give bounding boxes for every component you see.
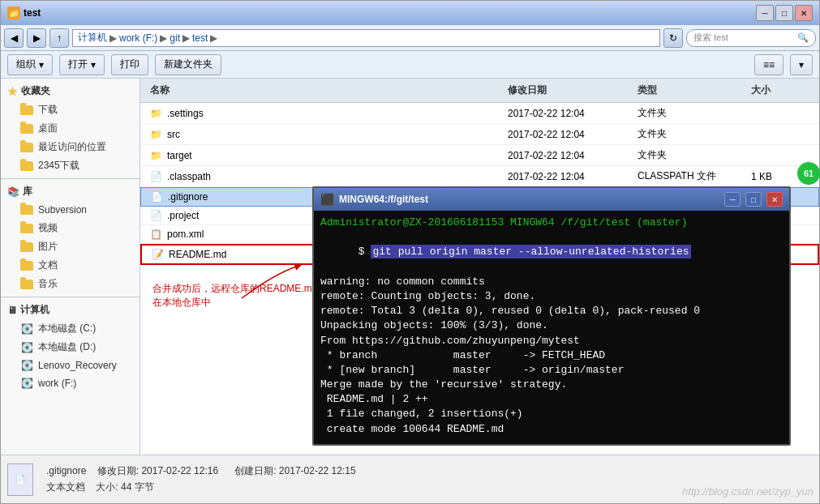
- back-button[interactable]: ◀: [4, 28, 24, 48]
- new-folder-button[interactable]: 新建文件夹: [155, 54, 221, 75]
- folder-icon: [20, 160, 33, 173]
- sidebar-item-2345[interactable]: 2345下载: [1, 156, 140, 175]
- file-modified: 2017-02-22 12:04: [504, 128, 634, 141]
- minimize-button[interactable]: ─: [756, 5, 774, 21]
- col-modified[interactable]: 修改日期: [504, 82, 634, 99]
- file-row[interactable]: 📄 .classpath 2017-02-22 12:04 CLASSPATH …: [140, 166, 819, 187]
- term-output-line: remote: Counting objects: 3, done.: [320, 289, 783, 304]
- col-type[interactable]: 类型: [634, 82, 748, 99]
- file-name: src: [167, 129, 180, 140]
- status-created-value: 2017-02-22 12:15: [279, 465, 356, 476]
- sidebar-item-music[interactable]: 音乐: [1, 275, 140, 293]
- favorites-label: 收藏夹: [21, 84, 50, 98]
- drive-icon: 💽: [20, 341, 33, 354]
- chevron-down-icon: ▾: [39, 59, 44, 70]
- organize-button[interactable]: 组织 ▾: [7, 54, 53, 75]
- file-icon: 📄: [150, 210, 162, 221]
- sidebar-item-label: 视频: [38, 221, 58, 235]
- path-work: work (F:): [119, 32, 157, 44]
- term-prompt-line: Administrator@ZX-201606181153 MINGW64 /f…: [320, 216, 783, 230]
- folder-icon: [20, 259, 33, 272]
- terminal-minimize-button[interactable]: ─: [724, 192, 741, 207]
- sidebar-item-subversion[interactable]: Subversion: [1, 201, 140, 219]
- path-git: git: [170, 32, 180, 44]
- view-button[interactable]: ≡≡: [754, 54, 784, 75]
- computer-section: 🖥 计算机 💽 本地磁盘 (C:) 💽 本地磁盘 (D:) 💽 Lenovo_R…: [1, 301, 140, 392]
- file-icon: 📄: [151, 191, 163, 203]
- sidebar-item-label: 本地磁盘 (C:): [38, 322, 96, 335]
- library-header[interactable]: 📚 库: [1, 182, 140, 201]
- sidebar: ★ 收藏夹 下载 桌面 最近访问的位置 2345下载: [1, 79, 140, 455]
- sidebar-item-download[interactable]: 下载: [1, 100, 140, 119]
- sidebar-item-recent[interactable]: 最近访问的位置: [1, 138, 140, 156]
- drive-icon: 💽: [20, 377, 33, 390]
- folder-icon: [20, 241, 33, 254]
- view-options-button[interactable]: ▾: [790, 54, 813, 75]
- refresh-button[interactable]: ↻: [663, 28, 683, 48]
- sidebar-item-label: 2345下载: [38, 159, 79, 173]
- terminal-icon: ⬛: [320, 193, 334, 206]
- terminal-content: Administrator@ZX-201606181153 MINGW64 /f…: [314, 211, 789, 444]
- badge-circle: 61: [797, 162, 820, 185]
- file-name: README.md: [169, 249, 226, 260]
- path-test: test: [192, 32, 208, 44]
- sidebar-item-label: work (F:): [38, 378, 76, 389]
- terminal-title-bar: ⬛ MINGW64:/f/git/test ─ □ ✕: [314, 188, 789, 211]
- up-button[interactable]: ↑: [49, 28, 69, 48]
- sidebar-item-desktop[interactable]: 桌面: [1, 119, 140, 138]
- file-row[interactable]: 📁 src 2017-02-22 12:04 文件夹: [140, 124, 819, 145]
- sidebar-item-f-drive[interactable]: 💽 work (F:): [1, 374, 140, 392]
- term-output-line: 1 file changed, 2 insertions(+): [320, 407, 783, 421]
- col-size[interactable]: 大小: [748, 82, 813, 99]
- toolbar: 组织 ▾ 打开 ▾ 打印 新建文件夹 ≡≡ ▾: [1, 51, 819, 79]
- file-name: .gitignore: [168, 191, 208, 203]
- sidebar-item-d-drive[interactable]: 💽 本地磁盘 (D:): [1, 338, 140, 357]
- folder-icon: [20, 222, 33, 235]
- sidebar-item-pictures[interactable]: 图片: [1, 237, 140, 256]
- file-row[interactable]: 📁 .settings 2017-02-22 12:04 文件夹: [140, 103, 819, 124]
- status-created-label: 创建日期:: [234, 465, 276, 476]
- xml-file-icon: 📋: [150, 229, 162, 240]
- file-row[interactable]: 📁 target 2017-02-22 12:04 文件夹: [140, 145, 819, 166]
- sidebar-item-label: 音乐: [38, 277, 58, 291]
- term-output-line: * branch master -> FETCH_HEAD: [320, 348, 783, 363]
- file-type: 文件夹: [634, 105, 748, 121]
- folder-icon: 📁: [150, 150, 162, 161]
- folder-icon: 📁: [150, 108, 162, 119]
- print-button[interactable]: 打印: [111, 54, 148, 75]
- maximize-button[interactable]: □: [775, 5, 793, 21]
- sidebar-item-label: Subversion: [38, 204, 87, 216]
- file-icon: 📄: [150, 171, 162, 182]
- sidebar-item-label: 本地磁盘 (D:): [38, 340, 96, 354]
- address-path[interactable]: 计算机 ▶ work (F:) ▶ git ▶ test ▶: [72, 29, 660, 47]
- path-computer: 计算机: [78, 31, 107, 45]
- file-type: 文件夹: [634, 126, 748, 142]
- title-bar: 📁 test ─ □ ✕: [1, 1, 819, 25]
- divider: [1, 297, 140, 297]
- terminal-maximize-button[interactable]: □: [745, 192, 762, 207]
- col-name[interactable]: 名称: [147, 82, 504, 99]
- computer-icon: 🖥: [7, 305, 17, 316]
- term-output-line: * [new branch] master -> origin/master: [320, 363, 783, 378]
- search-box[interactable]: 搜索 test 🔍: [686, 29, 816, 47]
- computer-header[interactable]: 🖥 计算机: [1, 301, 140, 319]
- sidebar-item-docs[interactable]: 文档: [1, 256, 140, 275]
- file-name: target: [167, 150, 192, 161]
- window-title: test: [24, 7, 753, 19]
- forward-button[interactable]: ▶: [27, 28, 46, 48]
- sidebar-item-c-drive[interactable]: 💽 本地磁盘 (C:): [1, 319, 140, 338]
- terminal-close-button[interactable]: ✕: [766, 192, 783, 207]
- close-button[interactable]: ✕: [795, 5, 813, 21]
- sidebar-item-video[interactable]: 视频: [1, 219, 140, 237]
- favorites-header[interactable]: ★ 收藏夹: [1, 82, 140, 100]
- open-button[interactable]: 打开 ▾: [59, 54, 105, 75]
- sidebar-item-label: Lenovo_Recovery: [38, 360, 117, 371]
- sidebar-item-label: 最近访问的位置: [38, 140, 106, 154]
- file-size: [748, 113, 813, 114]
- sidebar-item-lenovo[interactable]: 💽 Lenovo_Recovery: [1, 357, 140, 374]
- folder-icon: [20, 122, 33, 135]
- badge-value: 61: [804, 169, 814, 178]
- file-name: .settings: [167, 108, 204, 119]
- file-type: CLASSPATH 文件: [634, 169, 748, 184]
- sidebar-item-label: 下载: [38, 103, 58, 117]
